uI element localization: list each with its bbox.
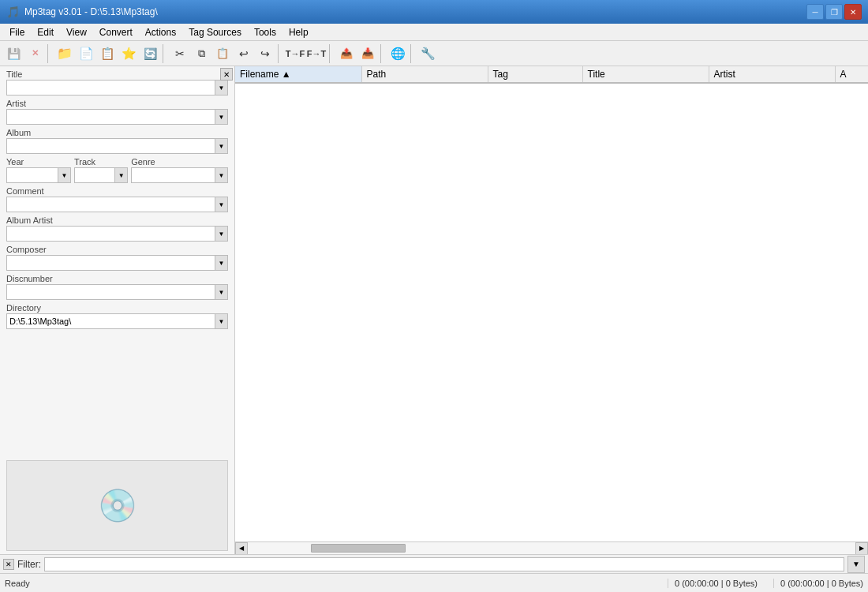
directory-field-group: Directory ▼ bbox=[6, 303, 228, 329]
copy-button[interactable]: ⧉ bbox=[191, 43, 211, 64]
open-dir-button[interactable]: 📁 bbox=[54, 43, 75, 64]
comment-label: Comment bbox=[6, 186, 228, 196]
refresh-button[interactable]: 🔄 bbox=[140, 43, 160, 64]
filter-bar: ✕ Filter: ▼ bbox=[0, 554, 868, 573]
filter-arrow-button[interactable]: ▼ bbox=[847, 556, 865, 573]
paste-button[interactable]: 📋 bbox=[212, 43, 233, 64]
h-scroll-track[interactable] bbox=[248, 542, 855, 555]
web-search-button[interactable]: 🌐 bbox=[387, 43, 408, 64]
track-label: Track bbox=[74, 157, 128, 167]
cd-icon: 💿 bbox=[98, 487, 137, 524]
title-input[interactable] bbox=[6, 80, 215, 96]
toolbar: 💾 ✕ 📁 📄 📋 ⭐ 🔄 ✂ ⧉ 📋 ↩ ↪ T→F F→T 📤 📥 🌐 🔧 bbox=[0, 41, 868, 66]
save-button[interactable]: 💾 bbox=[3, 43, 24, 64]
composer-dropdown-btn[interactable]: ▼ bbox=[215, 255, 228, 271]
discnumber-input[interactable] bbox=[6, 284, 215, 300]
discnumber-label: Discnumber bbox=[6, 274, 228, 283]
status-count-1: 0 (00:00:00 | 0 Bytes) bbox=[668, 579, 758, 588]
filename-to-tag-button[interactable]: F→T bbox=[306, 43, 327, 64]
genre-field-group: Genre ▼ bbox=[131, 157, 228, 183]
status-right: 0 (00:00:00 | 0 Bytes) 0 (00:00:00 | 0 B… bbox=[668, 579, 863, 588]
menu-convert[interactable]: Convert bbox=[93, 25, 139, 39]
comment-input[interactable] bbox=[6, 197, 215, 212]
artist-input[interactable] bbox=[6, 109, 215, 125]
minimize-button[interactable]: ─ bbox=[806, 4, 824, 20]
comment-dropdown-btn[interactable]: ▼ bbox=[215, 197, 228, 212]
filter-label: Filter: bbox=[17, 559, 41, 570]
album-dropdown-btn[interactable]: ▼ bbox=[215, 138, 228, 154]
cut-button[interactable]: ✂ bbox=[170, 43, 190, 64]
artist-field-input: ▼ bbox=[6, 109, 228, 125]
genre-field-input: ▼ bbox=[131, 167, 228, 183]
toolbar-sep-6 bbox=[410, 44, 415, 63]
menu-edit[interactable]: Edit bbox=[31, 25, 60, 39]
composer-field-input: ▼ bbox=[6, 255, 228, 271]
open-files-button[interactable]: 📄 bbox=[76, 43, 96, 64]
directory-dropdown-btn[interactable]: ▼ bbox=[215, 313, 228, 329]
discnumber-dropdown-btn[interactable]: ▼ bbox=[215, 284, 228, 300]
col-header-filename[interactable]: Filename ▲ bbox=[235, 66, 361, 83]
album-artist-label: Album Artist bbox=[6, 215, 228, 225]
col-header-artist[interactable]: Artist bbox=[709, 66, 835, 83]
title-field-group: Title ▼ bbox=[6, 69, 228, 96]
import-button[interactable]: 📥 bbox=[357, 43, 378, 64]
album-artist-dropdown-btn[interactable]: ▼ bbox=[215, 226, 228, 242]
track-input[interactable] bbox=[74, 167, 115, 183]
col-header-path[interactable]: Path bbox=[361, 66, 488, 83]
menu-bar: File Edit View Convert Actions Tag Sourc… bbox=[0, 24, 868, 41]
horizontal-scrollbar: ◀ ▶ bbox=[235, 541, 868, 554]
favorites-button[interactable]: ⭐ bbox=[118, 43, 139, 64]
undo-button[interactable]: ↩ bbox=[234, 43, 254, 64]
menu-tag-sources[interactable]: Tag Sources bbox=[182, 25, 248, 39]
year-field-group: Year ▼ bbox=[6, 157, 71, 183]
right-panel: Filename ▲ Path Tag Title Artist bbox=[235, 66, 868, 554]
album-input[interactable] bbox=[6, 138, 215, 154]
directory-input[interactable] bbox=[6, 313, 215, 329]
genre-dropdown-btn[interactable]: ▼ bbox=[215, 167, 228, 183]
tag-to-filename-button[interactable]: T→F bbox=[285, 43, 305, 64]
title-dropdown-btn[interactable]: ▼ bbox=[215, 80, 228, 96]
open-playlist-button[interactable]: 📋 bbox=[97, 43, 118, 64]
window-title: Mp3tag v3.01 - D:\5.13\Mp3tag\ bbox=[24, 6, 806, 17]
h-scroll-left-button[interactable]: ◀ bbox=[235, 542, 248, 555]
menu-help[interactable]: Help bbox=[282, 25, 315, 39]
genre-input[interactable] bbox=[131, 167, 215, 183]
remove-tag-button[interactable]: ✕ bbox=[24, 43, 45, 64]
window-controls: ─ ❐ ✕ bbox=[806, 4, 862, 20]
title-field-input: ▼ bbox=[6, 80, 228, 96]
h-scroll-right-button[interactable]: ▶ bbox=[855, 542, 868, 555]
track-field-group: Track ▼ bbox=[74, 157, 128, 183]
year-dropdown-btn[interactable]: ▼ bbox=[58, 167, 71, 183]
export-button[interactable]: 📤 bbox=[336, 43, 357, 64]
menu-file[interactable]: File bbox=[3, 25, 31, 39]
h-scroll-thumb[interactable] bbox=[311, 544, 406, 553]
options-button[interactable]: 🔧 bbox=[417, 43, 438, 64]
year-input[interactable] bbox=[6, 167, 58, 183]
filter-input[interactable] bbox=[44, 557, 844, 571]
album-artist-input[interactable] bbox=[6, 226, 215, 242]
menu-view[interactable]: View bbox=[60, 25, 93, 39]
album-field-group: Album ▼ bbox=[6, 128, 228, 154]
track-dropdown-btn[interactable]: ▼ bbox=[115, 167, 128, 183]
composer-input[interactable] bbox=[6, 255, 215, 271]
col-header-tag[interactable]: Tag bbox=[488, 66, 582, 83]
album-artist-field-group: Album Artist ▼ bbox=[6, 215, 228, 242]
file-table[interactable]: Filename ▲ Path Tag Title Artist bbox=[235, 66, 868, 541]
menu-tools[interactable]: Tools bbox=[248, 25, 282, 39]
restore-button[interactable]: ❐ bbox=[825, 4, 843, 20]
menu-actions[interactable]: Actions bbox=[139, 25, 182, 39]
main-layout: ✕ Title ▼ Artist ▼ Album bbox=[0, 66, 868, 554]
col-header-title[interactable]: Title bbox=[582, 66, 709, 83]
artist-label: Artist bbox=[6, 99, 228, 108]
app-icon: 🎵 bbox=[6, 6, 20, 18]
close-button[interactable]: ✕ bbox=[844, 4, 862, 20]
toolbar-sep-1 bbox=[47, 44, 52, 63]
left-panel-close-button[interactable]: ✕ bbox=[220, 68, 233, 81]
title-label: Title bbox=[6, 69, 228, 79]
artist-dropdown-btn[interactable]: ▼ bbox=[215, 109, 228, 125]
genre-label: Genre bbox=[131, 157, 228, 167]
col-header-extra[interactable]: A bbox=[835, 66, 868, 83]
year-track-genre-row: Year ▼ Track ▼ Genre bbox=[6, 157, 228, 186]
filter-close-button[interactable]: ✕ bbox=[3, 559, 14, 570]
redo-button[interactable]: ↪ bbox=[255, 43, 275, 64]
